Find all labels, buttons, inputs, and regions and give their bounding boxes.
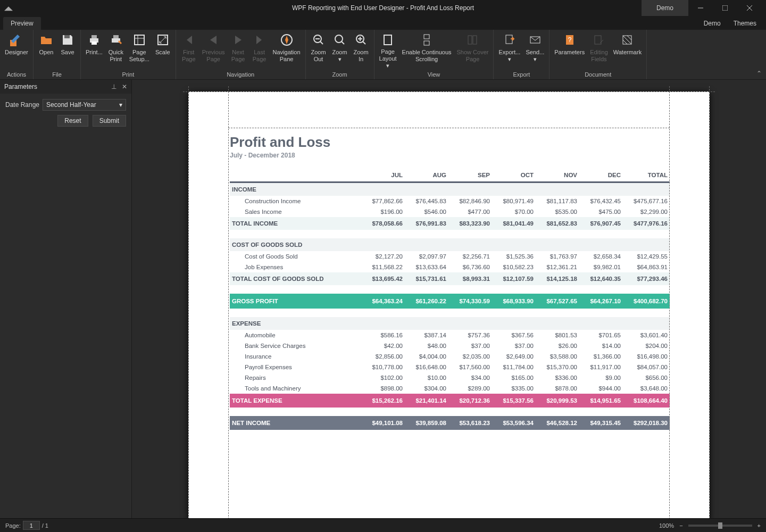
open-button[interactable]: Open <box>36 32 57 70</box>
page-label: Page: <box>5 522 21 529</box>
zoom-in-icon <box>354 33 368 47</box>
save-button[interactable]: Save <box>57 32 78 70</box>
export-button[interactable]: Export...▾ <box>496 32 523 70</box>
page-setup-icon <box>132 33 146 47</box>
table-row: TOTAL COST OF GOODS SOLD$13,695.42$15,73… <box>230 272 670 285</box>
chevron-down-icon: ▾ <box>534 56 537 63</box>
svg-rect-5 <box>91 41 97 45</box>
last-page-icon <box>253 33 267 47</box>
page-setup-button[interactable]: Page Setup... <box>127 32 152 70</box>
column-header: SEP <box>448 169 492 182</box>
svg-rect-7 <box>113 35 119 38</box>
table-row: NET INCOME$49,101.08$39,859.08$53,618.23… <box>230 416 670 430</box>
link-themes[interactable]: Themes <box>727 17 763 30</box>
column-header: TOTAL <box>623 169 670 182</box>
titlebar: WPF Reporting with End User Designer - P… <box>0 0 766 16</box>
editing-fields-icon <box>592 33 606 47</box>
table-row: Job Expenses$11,568.22$13,633.64$6,736.6… <box>230 262 670 272</box>
column-header: DEC <box>579 169 623 182</box>
table-row: Repairs$102.00$10.00$34.00$165.00$336.00… <box>230 372 670 383</box>
date-range-select[interactable]: Second Half-Year ▾ <box>43 99 126 111</box>
svg-rect-2 <box>64 35 70 38</box>
minimize-button[interactable] <box>688 0 713 16</box>
export-icon <box>503 33 517 47</box>
chevron-down-icon: ▾ <box>338 56 342 63</box>
table-row: INCOME <box>230 182 670 196</box>
tab-preview[interactable]: Preview <box>3 17 41 30</box>
svg-rect-14 <box>384 35 392 45</box>
parameters-panel: Parameters ⊥ ✕ Date Range Second Half-Ye… <box>0 80 132 518</box>
close-panel-icon[interactable]: ✕ <box>122 83 127 90</box>
table-row: TOTAL INCOME$78,058.66$76,991.83$83,323.… <box>230 217 670 230</box>
table-row <box>230 408 670 416</box>
zoom-slider[interactable] <box>688 525 752 527</box>
page-layout-button[interactable]: Page Layout▾ <box>377 32 399 70</box>
link-demo[interactable]: Demo <box>697 17 727 30</box>
report-viewer[interactable]: Profit and Loss July - December 2018 JUL… <box>132 80 766 518</box>
continuous-scroll-button[interactable]: Enable Continuous Scrolling <box>399 32 454 70</box>
send-button[interactable]: Send...▾ <box>523 32 547 70</box>
page-input[interactable] <box>23 521 40 530</box>
svg-text:?: ? <box>568 36 571 44</box>
quick-print-button[interactable]: Quick Print <box>105 32 127 70</box>
zoom-out-button[interactable]: Zoom Out <box>308 32 329 70</box>
editing-fields-button[interactable]: Editing Fields <box>587 32 611 70</box>
zoom-icon <box>333 33 347 47</box>
print-button[interactable]: Print... <box>83 32 105 70</box>
zoom-out-icon <box>312 33 326 47</box>
next-page-button[interactable]: Next Page <box>228 32 249 70</box>
table-row: Payroll Expenses$10,778.00$16,648.00$17,… <box>230 362 670 372</box>
table-row <box>230 309 670 317</box>
watermark-button[interactable]: Watermark <box>611 32 644 70</box>
close-button[interactable] <box>737 0 762 16</box>
submit-button[interactable]: Submit <box>93 115 126 127</box>
report-subtitle: July - December 2018 <box>230 152 670 159</box>
column-header: JUL <box>361 169 405 182</box>
svg-rect-16 <box>424 41 429 45</box>
folder-open-icon <box>39 33 53 47</box>
last-page-button[interactable]: Last Page <box>249 32 270 70</box>
reset-button[interactable]: Reset <box>57 115 88 127</box>
maximize-button[interactable] <box>713 0 737 16</box>
demo-badge: Demo <box>642 0 688 16</box>
svg-rect-8 <box>135 35 144 45</box>
quick-print-icon <box>109 33 123 47</box>
pin-icon[interactable]: ⊥ <box>111 83 116 90</box>
show-cover-button[interactable]: Show Cover Page <box>454 32 492 70</box>
parameters-button[interactable]: ?Parameters <box>552 32 587 70</box>
zoom-value: 100% <box>659 522 674 529</box>
collapse-ribbon-icon[interactable]: ⌃ <box>756 70 762 77</box>
svg-rect-15 <box>424 35 429 39</box>
first-page-button[interactable]: First Page <box>178 32 199 70</box>
report-table: JULAUGSEPOCTNOVDECTOTAL INCOMEConstructi… <box>230 169 670 430</box>
date-range-label: Date Range <box>5 101 39 109</box>
ribbon: Designer Actions Open Save File Print...… <box>0 30 766 80</box>
zoom-in-button[interactable]: Zoom In <box>351 32 372 70</box>
page-total: / 1 <box>42 522 48 529</box>
svg-rect-17 <box>468 36 472 44</box>
report-page: Profit and Loss July - December 2018 JUL… <box>188 92 710 518</box>
scale-icon <box>156 33 170 47</box>
zoom-button[interactable]: Zoom▾ <box>329 32 351 70</box>
previous-page-button[interactable]: Previous Page <box>199 32 228 70</box>
designer-icon <box>10 33 23 47</box>
zoom-in-small-button[interactable]: + <box>757 522 761 529</box>
chevron-down-icon: ▾ <box>386 62 389 69</box>
table-row: COST OF GOODS SOLD <box>230 238 670 251</box>
compass-icon <box>280 33 294 47</box>
app-menu-icon[interactable] <box>4 4 13 12</box>
navigation-pane-button[interactable]: Navigation Pane <box>270 32 303 70</box>
column-header <box>230 169 361 182</box>
svg-rect-18 <box>473 36 477 44</box>
svg-rect-0 <box>722 5 728 11</box>
table-row: Bank Service Charges$42.00$48.00$37.00$3… <box>230 340 670 351</box>
scale-button[interactable]: Scale <box>152 32 173 70</box>
chevron-down-icon: ▾ <box>119 101 122 109</box>
page-layout-icon <box>381 33 395 46</box>
table-row: Insurance$2,856.00$4,004.00$2,035.00$2,6… <box>230 351 670 362</box>
zoom-out-small-button[interactable]: − <box>679 522 682 529</box>
designer-button[interactable]: Designer <box>2 32 31 70</box>
table-row: Cost of Goods Sold$2,127.20$2,097.97$2,2… <box>230 251 670 262</box>
table-row <box>230 285 670 294</box>
table-row: Tools and Machinery$898.00$304.00$289.00… <box>230 383 670 394</box>
